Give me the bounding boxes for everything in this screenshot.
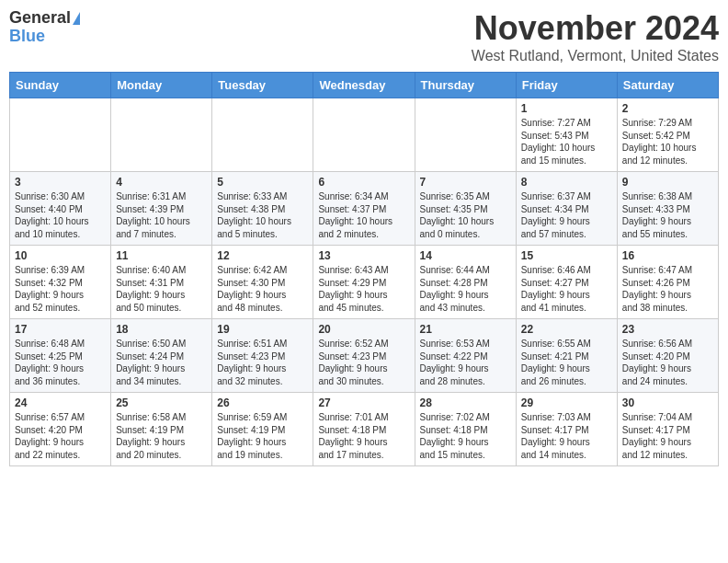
calendar-cell: 28Sunrise: 7:02 AMSunset: 4:18 PMDayligh… <box>415 393 516 466</box>
cell-info: Sunrise: 6:44 AMSunset: 4:28 PMDaylight:… <box>420 264 511 314</box>
day-number: 15 <box>521 249 612 262</box>
day-number: 2 <box>622 102 713 115</box>
calendar-cell: 13Sunrise: 6:43 AMSunset: 4:29 PMDayligh… <box>313 246 415 319</box>
day-number: 6 <box>318 176 409 189</box>
calendar-cell: 30Sunrise: 7:04 AMSunset: 4:17 PMDayligh… <box>617 393 718 466</box>
calendar-cell <box>111 98 212 172</box>
day-number: 21 <box>420 323 511 336</box>
day-header-saturday: Saturday <box>617 73 718 98</box>
cell-info: Sunrise: 6:42 AMSunset: 4:30 PMDaylight:… <box>217 264 308 314</box>
day-header-tuesday: Tuesday <box>212 73 313 98</box>
day-number: 5 <box>217 176 308 189</box>
day-number: 23 <box>622 323 713 336</box>
cell-info: Sunrise: 6:30 AMSunset: 4:40 PMDaylight:… <box>15 190 106 240</box>
cell-info: Sunrise: 7:03 AMSunset: 4:17 PMDaylight:… <box>521 411 612 461</box>
calendar-cell: 26Sunrise: 6:59 AMSunset: 4:19 PMDayligh… <box>212 393 313 466</box>
cell-info: Sunrise: 6:38 AMSunset: 4:33 PMDaylight:… <box>622 190 713 240</box>
cell-info: Sunrise: 7:01 AMSunset: 4:18 PMDaylight:… <box>318 411 409 461</box>
day-number: 16 <box>622 249 713 262</box>
calendar-cell <box>415 98 516 172</box>
calendar-cell: 22Sunrise: 6:55 AMSunset: 4:21 PMDayligh… <box>516 319 617 393</box>
calendar-cell: 19Sunrise: 6:51 AMSunset: 4:23 PMDayligh… <box>212 319 313 393</box>
cell-info: Sunrise: 6:31 AMSunset: 4:39 PMDaylight:… <box>116 190 207 240</box>
cell-info: Sunrise: 6:58 AMSunset: 4:19 PMDaylight:… <box>116 411 207 461</box>
cell-info: Sunrise: 7:29 AMSunset: 5:42 PMDaylight:… <box>622 117 713 167</box>
cell-info: Sunrise: 6:35 AMSunset: 4:35 PMDaylight:… <box>420 190 511 240</box>
location-title: West Rutland, Vermont, United States <box>472 48 719 64</box>
cell-info: Sunrise: 6:34 AMSunset: 4:37 PMDaylight:… <box>318 190 409 240</box>
cell-info: Sunrise: 7:02 AMSunset: 4:18 PMDaylight:… <box>420 411 511 461</box>
logo-text-general: General <box>9 9 71 28</box>
day-number: 28 <box>420 396 511 409</box>
calendar-cell: 1Sunrise: 7:27 AMSunset: 5:43 PMDaylight… <box>516 98 617 172</box>
day-number: 7 <box>420 176 511 189</box>
calendar-cell: 3Sunrise: 6:30 AMSunset: 4:40 PMDaylight… <box>10 172 111 246</box>
cell-info: Sunrise: 7:04 AMSunset: 4:17 PMDaylight:… <box>622 411 713 461</box>
day-header-friday: Friday <box>516 73 617 98</box>
day-number: 19 <box>217 323 308 336</box>
calendar-cell: 20Sunrise: 6:52 AMSunset: 4:23 PMDayligh… <box>313 319 415 393</box>
calendar-cell: 23Sunrise: 6:56 AMSunset: 4:20 PMDayligh… <box>617 319 718 393</box>
title-area: November 2024 West Rutland, Vermont, Uni… <box>472 9 719 64</box>
calendar-cell: 6Sunrise: 6:34 AMSunset: 4:37 PMDaylight… <box>313 172 415 246</box>
cell-info: Sunrise: 6:50 AMSunset: 4:24 PMDaylight:… <box>116 338 207 387</box>
day-number: 18 <box>116 323 207 336</box>
day-number: 27 <box>318 396 409 409</box>
calendar-header-row: SundayMondayTuesdayWednesdayThursdayFrid… <box>10 73 719 98</box>
logo-triangle-icon <box>73 12 80 25</box>
calendar-cell: 15Sunrise: 6:46 AMSunset: 4:27 PMDayligh… <box>516 246 617 319</box>
day-number: 26 <box>217 396 308 409</box>
cell-info: Sunrise: 6:55 AMSunset: 4:21 PMDaylight:… <box>521 338 612 387</box>
day-number: 20 <box>318 323 409 336</box>
month-title: November 2024 <box>472 9 719 48</box>
day-number: 17 <box>15 323 106 336</box>
week-row-2: 10Sunrise: 6:39 AMSunset: 4:32 PMDayligh… <box>10 246 719 319</box>
day-number: 22 <box>521 323 612 336</box>
cell-info: Sunrise: 6:37 AMSunset: 4:34 PMDaylight:… <box>521 190 612 240</box>
week-row-1: 3Sunrise: 6:30 AMSunset: 4:40 PMDaylight… <box>10 172 719 246</box>
calendar-cell: 29Sunrise: 7:03 AMSunset: 4:17 PMDayligh… <box>516 393 617 466</box>
calendar-cell: 2Sunrise: 7:29 AMSunset: 5:42 PMDaylight… <box>617 98 718 172</box>
day-number: 25 <box>116 396 207 409</box>
logo-text-blue: Blue <box>9 28 45 46</box>
calendar-cell: 16Sunrise: 6:47 AMSunset: 4:26 PMDayligh… <box>617 246 718 319</box>
calendar-cell: 11Sunrise: 6:40 AMSunset: 4:31 PMDayligh… <box>111 246 212 319</box>
day-number: 8 <box>521 176 612 189</box>
day-number: 24 <box>15 396 106 409</box>
calendar-cell: 8Sunrise: 6:37 AMSunset: 4:34 PMDaylight… <box>516 172 617 246</box>
cell-info: Sunrise: 6:43 AMSunset: 4:29 PMDaylight:… <box>318 264 409 314</box>
day-number: 4 <box>116 176 207 189</box>
calendar-cell: 12Sunrise: 6:42 AMSunset: 4:30 PMDayligh… <box>212 246 313 319</box>
calendar-cell <box>212 98 313 172</box>
day-number: 10 <box>15 249 106 262</box>
week-row-4: 24Sunrise: 6:57 AMSunset: 4:20 PMDayligh… <box>10 393 719 466</box>
day-number: 11 <box>116 249 207 262</box>
day-header-monday: Monday <box>111 73 212 98</box>
day-header-thursday: Thursday <box>415 73 516 98</box>
header: General Blue November 2024 West Rutland,… <box>9 9 719 64</box>
day-number: 29 <box>521 396 612 409</box>
cell-info: Sunrise: 6:40 AMSunset: 4:31 PMDaylight:… <box>116 264 207 314</box>
calendar-cell: 17Sunrise: 6:48 AMSunset: 4:25 PMDayligh… <box>10 319 111 393</box>
week-row-3: 17Sunrise: 6:48 AMSunset: 4:25 PMDayligh… <box>10 319 719 393</box>
calendar-cell: 24Sunrise: 6:57 AMSunset: 4:20 PMDayligh… <box>10 393 111 466</box>
cell-info: Sunrise: 6:33 AMSunset: 4:38 PMDaylight:… <box>217 190 308 240</box>
day-number: 12 <box>217 249 308 262</box>
day-number: 9 <box>622 176 713 189</box>
cell-info: Sunrise: 6:47 AMSunset: 4:26 PMDaylight:… <box>622 264 713 314</box>
day-number: 14 <box>420 249 511 262</box>
cell-info: Sunrise: 6:51 AMSunset: 4:23 PMDaylight:… <box>217 338 308 387</box>
cell-info: Sunrise: 6:56 AMSunset: 4:20 PMDaylight:… <box>622 338 713 387</box>
cell-info: Sunrise: 6:53 AMSunset: 4:22 PMDaylight:… <box>420 338 511 387</box>
week-row-0: 1Sunrise: 7:27 AMSunset: 5:43 PMDaylight… <box>10 98 719 172</box>
calendar-cell: 7Sunrise: 6:35 AMSunset: 4:35 PMDaylight… <box>415 172 516 246</box>
calendar-cell <box>313 98 415 172</box>
day-number: 3 <box>15 176 106 189</box>
cell-info: Sunrise: 6:46 AMSunset: 4:27 PMDaylight:… <box>521 264 612 314</box>
day-number: 1 <box>521 102 612 115</box>
calendar-cell <box>10 98 111 172</box>
cell-info: Sunrise: 6:59 AMSunset: 4:19 PMDaylight:… <box>217 411 308 461</box>
day-header-wednesday: Wednesday <box>313 73 415 98</box>
calendar-table: SundayMondayTuesdayWednesdayThursdayFrid… <box>9 72 719 466</box>
calendar-cell: 25Sunrise: 6:58 AMSunset: 4:19 PMDayligh… <box>111 393 212 466</box>
